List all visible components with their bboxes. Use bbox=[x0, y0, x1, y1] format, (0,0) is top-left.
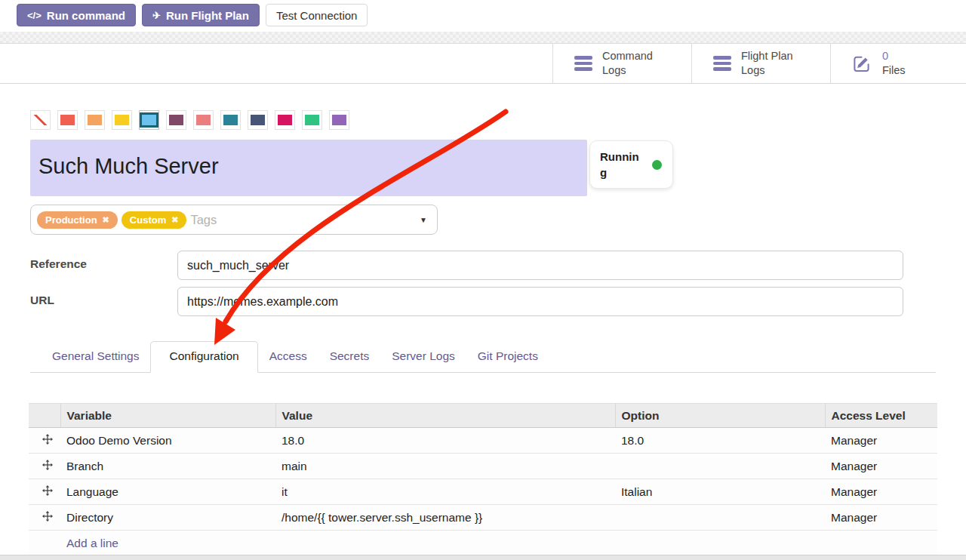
color-swatch[interactable] bbox=[57, 110, 78, 130]
column-header-variable[interactable]: Variable bbox=[60, 404, 275, 428]
tag-custom[interactable]: Custom ✖ bbox=[122, 211, 187, 229]
caret-down-icon[interactable]: ▼ bbox=[420, 216, 427, 224]
cell-option[interactable]: 18.0 bbox=[615, 428, 825, 454]
status-green-dot-icon bbox=[652, 160, 662, 170]
url-label: URL bbox=[30, 287, 177, 316]
tab-secrets[interactable]: Secrets bbox=[318, 342, 381, 372]
cell-option[interactable] bbox=[615, 505, 825, 531]
bottom-scroll-band bbox=[0, 555, 966, 560]
cell-variable[interactable]: Odoo Demo Version bbox=[60, 428, 275, 454]
command-logs-label: CommandLogs bbox=[602, 49, 653, 77]
tag-production[interactable]: Production ✖ bbox=[37, 211, 118, 229]
configuration-table: Variable Value Option Access Level Odoo … bbox=[29, 403, 937, 556]
cell-option[interactable]: Italian bbox=[615, 479, 825, 505]
drag-handle-icon[interactable] bbox=[29, 505, 60, 531]
cell-value[interactable]: 18.0 bbox=[275, 428, 615, 454]
reference-input[interactable] bbox=[177, 251, 903, 280]
tab-server-logs[interactable]: Server Logs bbox=[380, 342, 466, 372]
test-connection-button[interactable]: Test Connection bbox=[266, 4, 368, 26]
run-command-button[interactable]: </> Run command bbox=[17, 4, 136, 26]
tags-placeholder: Tags bbox=[190, 213, 217, 227]
tab-general-settings[interactable]: General Settings bbox=[41, 342, 150, 372]
top-action-bar: </> Run command ✈ Run Flight Plan Test C… bbox=[0, 0, 966, 32]
cell-access-level[interactable]: Manager bbox=[825, 454, 937, 479]
drag-handle-icon[interactable] bbox=[29, 479, 60, 505]
column-header-access-level[interactable]: Access Level bbox=[825, 404, 937, 428]
table-row[interactable]: Language it Italian Manager bbox=[29, 479, 937, 505]
plane-icon: ✈ bbox=[152, 10, 161, 21]
list-icon bbox=[713, 56, 731, 71]
notebook-tabs: General Settings Configuration Access Se… bbox=[30, 341, 936, 373]
tab-git-projects[interactable]: Git Projects bbox=[466, 342, 549, 372]
form-header-strip: CommandLogs Flight PlanLogs 0Files bbox=[0, 44, 966, 84]
files-button[interactable]: 0Files bbox=[830, 44, 966, 83]
run-flight-plan-button[interactable]: ✈ Run Flight Plan bbox=[142, 4, 260, 26]
table-row[interactable]: Directory /home/{{ tower.server.ssh_user… bbox=[29, 505, 937, 531]
color-swatch[interactable] bbox=[85, 110, 105, 130]
cell-access-level[interactable]: Manager bbox=[825, 428, 937, 454]
run-flight-plan-label: Run Flight Plan bbox=[166, 9, 249, 22]
url-input[interactable] bbox=[177, 287, 903, 316]
flight-plan-logs-label: Flight PlanLogs bbox=[741, 49, 793, 77]
cell-variable[interactable]: Directory bbox=[60, 505, 275, 531]
reference-label: Reference bbox=[30, 251, 177, 280]
add-line-row: Add a line bbox=[29, 531, 937, 556]
column-header-value[interactable]: Value bbox=[275, 404, 615, 428]
cell-variable[interactable]: Language bbox=[60, 479, 275, 505]
files-label: 0Files bbox=[882, 49, 906, 77]
command-logs-button[interactable]: CommandLogs bbox=[552, 44, 691, 83]
add-a-line-link[interactable]: Add a line bbox=[66, 537, 118, 549]
table-row[interactable]: Branch main Manager bbox=[29, 454, 937, 479]
color-swatch[interactable] bbox=[248, 110, 268, 130]
cell-access-level[interactable]: Manager bbox=[825, 479, 937, 505]
color-swatch[interactable] bbox=[193, 110, 214, 130]
color-swatch[interactable] bbox=[112, 110, 132, 130]
color-swatch[interactable] bbox=[275, 110, 295, 130]
remove-tag-icon[interactable]: ✖ bbox=[103, 215, 109, 225]
color-palette bbox=[30, 110, 966, 130]
table-header-row: Variable Value Option Access Level bbox=[29, 404, 937, 428]
remove-tag-icon[interactable]: ✖ bbox=[171, 215, 178, 225]
color-swatch[interactable] bbox=[302, 110, 322, 130]
test-connection-label: Test Connection bbox=[276, 9, 358, 22]
status-running-button[interactable]: Running bbox=[589, 140, 673, 189]
status-label: Running bbox=[600, 149, 639, 180]
server-name-input[interactable] bbox=[30, 140, 587, 196]
edit-pencil-square-icon bbox=[852, 54, 872, 74]
tab-access[interactable]: Access bbox=[258, 342, 318, 372]
tags-field[interactable]: Production ✖ Custom ✖ Tags ▼ bbox=[30, 205, 438, 235]
run-command-label: Run command bbox=[47, 9, 125, 22]
cell-variable[interactable]: Branch bbox=[60, 454, 275, 479]
color-swatch-none[interactable] bbox=[30, 110, 51, 130]
flight-plan-logs-button[interactable]: Flight PlanLogs bbox=[691, 44, 830, 83]
cell-option[interactable] bbox=[615, 454, 825, 479]
cell-value[interactable]: main bbox=[275, 454, 615, 479]
cell-access-level[interactable]: Manager bbox=[825, 505, 937, 531]
drag-handle-icon[interactable] bbox=[29, 454, 60, 479]
drag-handle-icon[interactable] bbox=[29, 428, 60, 454]
color-swatch[interactable] bbox=[329, 110, 349, 130]
code-icon: </> bbox=[27, 10, 42, 21]
no-color-icon bbox=[33, 115, 48, 125]
table-row[interactable]: Odoo Demo Version 18.0 18.0 Manager bbox=[29, 428, 937, 454]
list-icon bbox=[574, 56, 592, 71]
tab-configuration[interactable]: Configuration bbox=[150, 341, 257, 373]
separator-band bbox=[0, 32, 966, 44]
cell-value[interactable]: /home/{{ tower.server.ssh_username }} bbox=[275, 505, 615, 531]
column-header-option[interactable]: Option bbox=[615, 404, 825, 428]
cell-value[interactable]: it bbox=[275, 479, 615, 505]
color-swatch[interactable] bbox=[166, 110, 186, 130]
color-swatch[interactable] bbox=[220, 110, 241, 130]
color-swatch-selected[interactable] bbox=[139, 110, 159, 130]
